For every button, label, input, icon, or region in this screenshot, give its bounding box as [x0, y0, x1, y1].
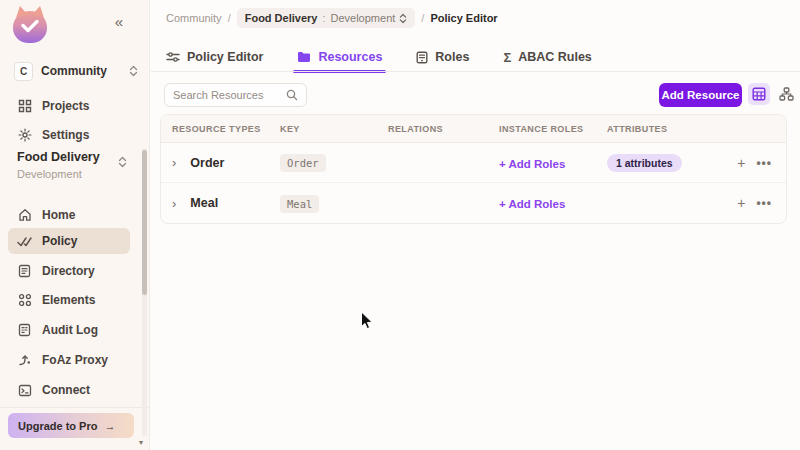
project-selector[interactable]: Food Delivery Development	[17, 150, 133, 180]
logo-check-icon	[21, 19, 39, 33]
directory-icon	[17, 264, 32, 279]
table-row: › Meal Meal + Add Roles + •••	[161, 183, 786, 223]
toolbar: Add Resource	[151, 83, 800, 108]
attributes-cell: 1 attributes	[596, 153, 720, 172]
app-window: « C Community Projects Settings Food Del…	[0, 0, 800, 450]
tabs-divider	[151, 71, 800, 72]
instance-roles-cell: + Add Roles	[488, 194, 596, 212]
chevron-updown-icon	[129, 65, 138, 77]
graph-view-button[interactable]	[775, 83, 797, 105]
sidebar-item-label: Directory	[42, 264, 95, 278]
sidebar-item-settings[interactable]: Settings	[8, 122, 130, 148]
sliders-icon	[166, 51, 180, 63]
sidebar-item-elements[interactable]: Elements	[8, 287, 130, 313]
sidebar-item-label: Settings	[42, 128, 89, 142]
sidebar-scrollbar[interactable]: ▾	[142, 148, 147, 448]
breadcrumb-page: Policy Editor	[430, 12, 497, 24]
resource-key: Order	[280, 154, 326, 172]
permit-logo[interactable]	[13, 7, 49, 43]
sidebar-item-connect[interactable]: Connect	[8, 377, 130, 403]
elements-icon	[17, 293, 32, 308]
instance-roles-cell: + Add Roles	[488, 154, 596, 172]
add-roles-link[interactable]: + Add Roles	[488, 158, 565, 170]
search-input[interactable]	[173, 89, 286, 101]
column-header: RESOURCE TYPES	[161, 124, 269, 134]
table-view-icon	[752, 87, 766, 101]
expand-row-icon[interactable]: ›	[172, 156, 176, 169]
breadcrumb-project-env-selector[interactable]: Food Delivery : Development	[237, 8, 416, 28]
chevron-updown-icon	[399, 13, 407, 24]
sidebar-item-label: FoAz Proxy	[42, 353, 108, 367]
row-actions: + •••	[720, 196, 786, 210]
sidebar-item-audit-log[interactable]: Audit Log	[8, 317, 130, 343]
breadcrumb: Community / Food Delivery : Development …	[151, 0, 800, 36]
sidebar-item-policy[interactable]: Policy	[8, 228, 130, 254]
tab-bar: Policy Editor Resources Roles Σ ABAC Rul…	[166, 42, 592, 72]
attributes-badge[interactable]: 1 attributes	[607, 154, 682, 172]
add-icon[interactable]: +	[737, 196, 745, 210]
resource-name: Order	[190, 156, 224, 170]
tab-label: Policy Editor	[187, 50, 263, 64]
search-icon	[286, 89, 298, 101]
breadcrumb-colon: :	[322, 12, 325, 24]
sidebar-item-projects[interactable]: Projects	[8, 93, 130, 119]
sidebar-item-directory[interactable]: Directory	[8, 258, 130, 284]
sidebar-item-label: Elements	[42, 293, 95, 307]
tab-label: ABAC Rules	[518, 50, 592, 64]
column-header: ATTRIBUTES	[596, 124, 720, 134]
sidebar-item-home[interactable]: Home	[8, 202, 130, 228]
sidebar-item-label: Policy	[42, 234, 77, 248]
resource-key-cell: Meal	[269, 194, 377, 213]
add-resource-button[interactable]: Add Resource	[659, 83, 742, 107]
column-header: KEY	[269, 124, 377, 134]
org-name: Community	[41, 64, 129, 78]
sidebar-item-label: Home	[42, 208, 75, 222]
tab-roles[interactable]: Roles	[416, 42, 469, 72]
tab-abac-rules[interactable]: Σ ABAC Rules	[503, 42, 591, 72]
terminal-icon	[17, 383, 32, 398]
roles-badge-icon	[416, 51, 428, 64]
more-options-icon[interactable]: •••	[756, 157, 772, 169]
sidebar-divider	[0, 407, 150, 408]
breadcrumb-separator: /	[228, 12, 231, 24]
proxy-arrow-icon	[17, 353, 32, 368]
chevron-updown-icon	[118, 156, 127, 168]
resource-key: Meal	[280, 195, 319, 213]
breadcrumb-root[interactable]: Community	[166, 12, 222, 24]
org-avatar: C	[14, 62, 33, 81]
more-options-icon[interactable]: •••	[756, 197, 772, 209]
search-box[interactable]	[164, 83, 307, 107]
breadcrumb-project: Food Delivery	[245, 12, 318, 24]
sidebar-item-label: Projects	[42, 99, 89, 113]
add-icon[interactable]: +	[737, 156, 745, 170]
add-roles-link[interactable]: + Add Roles	[488, 198, 565, 210]
folder-icon	[297, 51, 311, 63]
arrow-right-icon: →	[104, 420, 115, 432]
graph-view-icon	[779, 87, 794, 101]
breadcrumb-environment: Development	[331, 12, 396, 24]
upgrade-to-pro-button[interactable]: Upgrade to Pro →	[8, 413, 134, 438]
table-view-button[interactable]	[748, 83, 770, 105]
resources-table: RESOURCE TYPES KEY RELATIONS INSTANCE RO…	[160, 114, 787, 224]
scrollbar-thumb[interactable]	[142, 150, 147, 295]
breadcrumb-separator: /	[421, 12, 424, 24]
sidebar-collapse-button[interactable]: «	[115, 13, 121, 30]
audit-log-icon	[17, 323, 32, 338]
main-content: Community / Food Delivery : Development …	[151, 0, 800, 450]
sidebar-item-label: Audit Log	[42, 323, 98, 337]
tab-policy-editor[interactable]: Policy Editor	[166, 42, 263, 72]
org-selector[interactable]: C Community	[14, 60, 138, 82]
tab-resources[interactable]: Resources	[297, 42, 382, 72]
policy-check-icon	[17, 234, 32, 249]
column-header: RELATIONS	[377, 124, 488, 134]
grid-icon	[17, 99, 32, 114]
scrollbar-down-arrow[interactable]: ▾	[139, 438, 143, 447]
tab-label: Roles	[435, 50, 469, 64]
sidebar: « C Community Projects Settings Food Del…	[0, 0, 150, 450]
sidebar-item-foaz-proxy[interactable]: FoAz Proxy	[8, 347, 130, 373]
column-header: INSTANCE ROLES	[488, 124, 596, 134]
row-actions: + •••	[720, 156, 786, 170]
resource-name: Meal	[190, 196, 218, 210]
project-name: Food Delivery	[17, 150, 133, 164]
expand-row-icon[interactable]: ›	[172, 197, 176, 210]
